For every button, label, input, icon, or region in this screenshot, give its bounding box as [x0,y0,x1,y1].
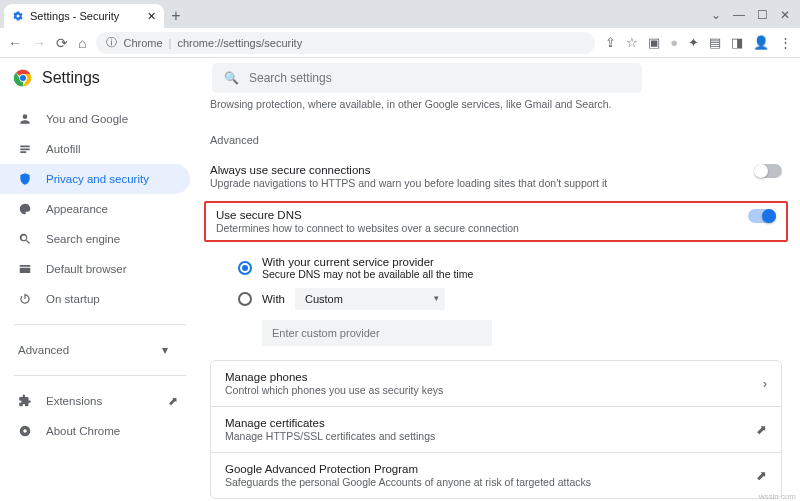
sidebar-item-privacy-security[interactable]: Privacy and security [0,164,190,194]
radio-button[interactable] [238,292,252,306]
search-icon: 🔍 [224,71,239,85]
address-bar[interactable]: ⓘ Chrome | chrome://settings/security [96,32,595,54]
browser-icon [18,262,32,276]
sidebar: You and Google Autofill Privacy and secu… [0,98,200,501]
manage-certificates-row[interactable]: Manage certificates Manage HTTPS/SSL cer… [211,406,781,452]
sidebar-advanced-toggle[interactable]: Advanced ▾ [0,335,200,365]
search-input[interactable] [249,71,630,85]
always-secure-setting: Always use secure connections Upgrade na… [210,156,782,197]
address-path: chrome://settings/security [177,37,302,49]
window-maximize-button[interactable]: ☐ [757,8,768,22]
settings-header: Settings 🔍 [0,58,800,98]
setting-desc: Determines how to connect to websites ov… [216,222,748,234]
browser-tab[interactable]: Settings - Security ✕ [4,4,164,28]
window-minimize-button[interactable]: ― [733,8,745,22]
main-panel: Browsing protection, where available, in… [200,98,800,501]
divider [14,324,186,325]
bookmark-icon[interactable]: ☆ [626,35,638,50]
tab-title: Settings - Security [30,10,119,22]
site-info-icon[interactable]: ⓘ [106,35,117,50]
sidebar-item-default-browser[interactable]: Default browser [0,254,190,284]
setting-desc: Upgrade navigations to HTTPS and warn yo… [210,177,754,189]
chevron-right-icon: › [763,376,767,391]
side-panel-icon[interactable]: ◨ [731,35,743,50]
chevron-down-icon: ▾ [162,343,168,357]
window-close-button[interactable]: ✕ [780,8,790,22]
settings-search[interactable]: 🔍 [212,63,642,93]
reload-button[interactable]: ⟳ [56,35,68,51]
new-tab-button[interactable]: + [164,4,188,28]
sidebar-item-about-chrome[interactable]: About Chrome [0,416,190,446]
address-host: Chrome [123,37,162,49]
forward-button[interactable]: → [32,35,46,51]
dns-option-current-provider[interactable]: With your current service provider Secur… [238,252,782,284]
manage-links-card: Manage phones Control which phones you u… [210,360,782,499]
autofill-icon [18,142,32,156]
extension-box-icon[interactable]: ▣ [648,35,660,50]
sidebar-item-extensions[interactable]: Extensions ⬈ [0,386,190,416]
chrome-icon [18,424,32,438]
share-icon[interactable]: ⇪ [605,35,616,50]
setting-title: Use secure DNS [216,209,748,221]
radio-button[interactable] [238,261,252,275]
tab-close-icon[interactable]: ✕ [147,10,156,23]
external-link-icon: ⬈ [756,422,767,437]
search-icon [18,232,32,246]
palette-icon [18,202,32,216]
chrome-logo-icon [14,69,32,87]
chevron-down-icon[interactable]: ⌄ [711,8,721,22]
browser-toolbar: ← → ⟳ ⌂ ⓘ Chrome | chrome://settings/sec… [0,28,800,58]
extension-circle-icon[interactable]: ● [670,35,678,50]
profile-avatar[interactable]: 👤 [753,35,769,50]
page-title: Settings [42,69,212,87]
custom-provider-input[interactable] [262,320,492,346]
dns-provider-dropdown[interactable]: Custom [295,288,445,310]
highlighted-region: Use secure DNS Determines how to connect… [204,201,788,242]
puzzle-icon [18,394,32,408]
person-icon [18,112,32,126]
dns-option-with[interactable]: With Custom [238,284,782,314]
advanced-section-label: Advanced [210,120,782,156]
home-button[interactable]: ⌂ [78,35,86,51]
manage-phones-row[interactable]: Manage phones Control which phones you u… [211,361,781,406]
sidebar-item-search-engine[interactable]: Search engine [0,224,190,254]
secure-dns-setting: Use secure DNS Determines how to connect… [216,209,776,234]
extensions-icon[interactable]: ✦ [688,35,699,50]
setting-title: Always use secure connections [210,164,754,176]
always-secure-toggle[interactable] [754,164,782,178]
toolbar-actions: ⇪ ☆ ▣ ● ✦ ▤ ◨ 👤 ⋮ [605,35,792,50]
svg-point-3 [23,429,27,433]
gear-icon [12,10,24,22]
truncated-text: Browsing protection, where available, in… [210,98,782,120]
back-button[interactable]: ← [8,35,22,51]
power-icon [18,292,32,306]
window-titlebar: Settings - Security ✕ + ⌄ ― ☐ ✕ [0,0,800,28]
advanced-protection-row[interactable]: Google Advanced Protection Program Safeg… [211,452,781,498]
sidebar-item-you-and-google[interactable]: You and Google [0,104,190,134]
reading-list-icon[interactable]: ▤ [709,35,721,50]
divider [14,375,186,376]
svg-point-1 [20,75,26,81]
watermark: wssin com [759,492,796,501]
menu-button[interactable]: ⋮ [779,35,792,50]
shield-icon [18,172,32,186]
external-link-icon: ⬈ [168,394,178,408]
secure-dns-options: With your current service provider Secur… [210,252,782,346]
sidebar-item-autofill[interactable]: Autofill [0,134,190,164]
sidebar-item-on-startup[interactable]: On startup [0,284,190,314]
sidebar-item-appearance[interactable]: Appearance [0,194,190,224]
external-link-icon: ⬈ [756,468,767,483]
secure-dns-toggle[interactable] [748,209,776,223]
